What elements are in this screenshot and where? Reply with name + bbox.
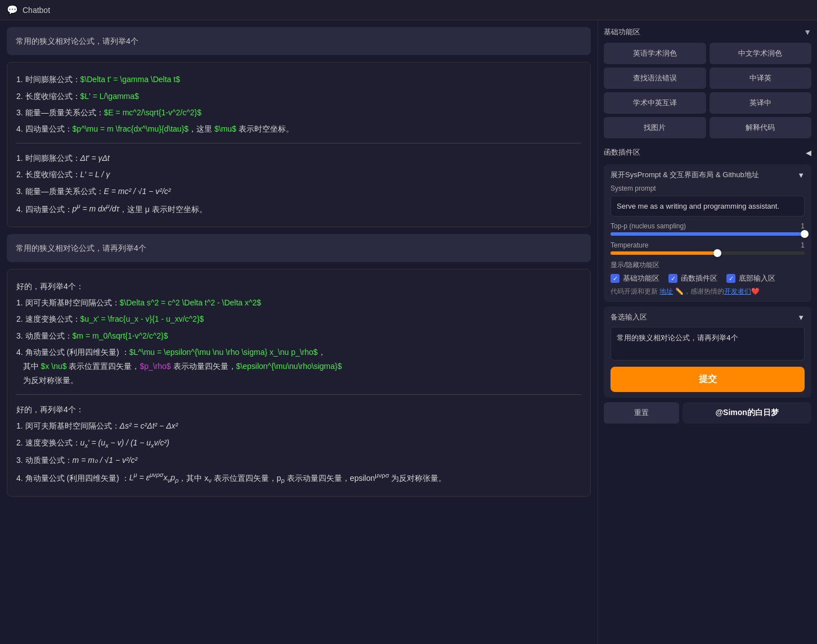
top-p-thumb[interactable] [801, 230, 809, 238]
btn-explain-code[interactable]: 解释代码 [710, 117, 812, 138]
visibility-section: 显示/隐藏功能区 ✓ 基础功能区 ✓ 函数插件区 ✓ 底部输入区 [610, 260, 805, 283]
main-layout: 常用的狭义相对论公式，请列举4个 1. 时间膨胀公式：$\Delta t' = … [0, 20, 817, 644]
chat-panel: 常用的狭义相对论公式，请列举4个 1. 时间膨胀公式：$\Delta t' = … [0, 20, 598, 644]
top-p-fill [610, 232, 805, 236]
plugin-arrow: ◀ [806, 148, 811, 157]
top-p-track[interactable] [610, 232, 805, 236]
assistant-message-1: 1. 时间膨胀公式：$\Delta t' = \gamma \Delta t$ … [7, 62, 591, 227]
assistant-message-2: 好的，再列举4个： 1. 闵可夫斯基时空间隔公式：$\Delta s^2 = c… [7, 269, 591, 497]
top-p-value: 1 [801, 222, 805, 230]
temperature-value: 1 [801, 241, 805, 249]
temperature-track[interactable] [610, 251, 805, 255]
basic-section-label: 基础功能区 [604, 27, 640, 37]
checkbox-basic-box[interactable]: ✓ [610, 274, 620, 283]
watermark-text: @Simon的白日梦 [715, 408, 778, 418]
submit-button[interactable]: 提交 [610, 367, 805, 392]
system-prompt-box: Serve me as a writing and programming as… [610, 196, 805, 217]
formula-green: $\Delta t' = \gamma \Delta t$ [80, 75, 180, 84]
temperature-fill [610, 251, 717, 255]
rendered-formulas-2: 好的，再列举4个： 1. 闵可夫斯基时空间隔公式：Δs² = c²Δt² − Δ… [16, 394, 581, 486]
checkbox-basic-label: 基础功能区 [623, 273, 659, 283]
alt-input-label: 备选输入区 [610, 312, 647, 322]
plugin-label: 函数插件区 [604, 147, 640, 157]
expand-label: 展开SysPrompt & 交互界面布局 & Github地址 [610, 170, 759, 180]
temperature-thumb[interactable] [713, 249, 721, 257]
reset-label: 重置 [634, 408, 649, 417]
formula-green: $E = mc^2/\sqrt{1-v^2/c^2}$ [104, 108, 201, 117]
btn-zh-to-en[interactable]: 中译英 [710, 67, 812, 89]
formula-line: 3. 能量—质量关系公式：$E = mc^2/\sqrt{1-v^2/c^2}$ [16, 106, 581, 120]
formula-green: $p^\mu = m \frac{dx^\mu}{d\tau}$ [73, 124, 189, 133]
source-link2[interactable]: 开发者们 [724, 287, 751, 295]
checkbox-input-label: 底部输入区 [739, 273, 775, 283]
user-message-2-text: 常用的狭义相对论公式，请再列举4个 [16, 244, 146, 253]
btn-en-to-zh[interactable]: 英译中 [710, 92, 812, 114]
rendered-formulas: 1. 时间膨胀公式：Δt′ = γΔt 2. 长度收缩公式：L′ = L / γ… [16, 143, 581, 216]
source-line: 代码开源和更新 地址 ✏️，感谢热情的开发者们❤️ [610, 287, 805, 296]
expand-header: 展开SysPrompt & 交互界面布局 & Github地址 ▼ [610, 170, 805, 180]
heart-icon: ❤️ [751, 287, 760, 295]
temperature-section: Temperature 1 [610, 241, 805, 255]
expand-arrow: ▼ [797, 171, 805, 179]
reset-button[interactable]: 重置 [604, 402, 679, 424]
app-title: Chatbot [23, 6, 50, 15]
bottom-row: 重置 @Simon的白日梦 [604, 402, 811, 424]
formula-green: $L^\mu = \epsilon^{\mu \nu \rho \sigma} … [129, 348, 318, 357]
checkbox-input[interactable]: ✓ 底部输入区 [726, 273, 775, 283]
user-message-2: 常用的狭义相对论公式，请再列举4个 [7, 234, 591, 262]
watermark-area: @Simon的白日梦 [683, 402, 811, 424]
formula-line: 4. 四动量公式：$p^\mu = m \frac{dx^\mu}{d\tau}… [16, 122, 581, 136]
checkbox-plugin[interactable]: ✓ 函数插件区 [668, 273, 717, 283]
plugin-section-header: 函数插件区 ◀ [604, 145, 811, 160]
temperature-label: Temperature [610, 241, 648, 249]
source-text: 代码开源和更新 [610, 287, 658, 295]
top-p-section: Top-p (nucleus sampling) 1 [610, 222, 805, 236]
system-prompt-label: System prompt [610, 184, 805, 192]
formula-green: $u_x' = \frac{u_x - v}{1 - u_xv/c^2}$ [80, 314, 204, 323]
top-bar: 💬 Chatbot [0, 0, 817, 20]
user-message-1: 常用的狭义相对论公式，请列举4个 [7, 27, 591, 55]
checkbox-row: ✓ 基础功能区 ✓ 函数插件区 ✓ 底部输入区 [610, 273, 805, 283]
formula-green: $\Delta s^2 = c^2 \Delta t^2 - \Delta x^… [120, 298, 262, 307]
alt-input-arrow: ▼ [797, 313, 805, 322]
expand-section: 展开SysPrompt & 交互界面布局 & Github地址 ▼ System… [604, 164, 811, 302]
checkbox-plugin-label: 函数插件区 [681, 273, 717, 283]
right-panel: 基础功能区 ▼ 英语学术润色 中文学术润色 查找语法错误 中译英 学术中英互译 … [598, 20, 817, 644]
formula-green: $L' = L/\gamma$ [80, 92, 139, 101]
btn-chinese-polish[interactable]: 中文学术润色 [710, 43, 812, 64]
chat-icon: 💬 [7, 4, 18, 15]
btn-english-polish[interactable]: 英语学术润色 [604, 43, 706, 64]
alt-input-header: 备选输入区 ▼ [610, 312, 805, 322]
checkbox-input-box[interactable]: ✓ [726, 274, 735, 283]
function-buttons: 英语学术润色 中文学术润色 查找语法错误 中译英 学术中英互译 英译中 找图片 … [604, 43, 811, 138]
visibility-label: 显示/隐藏功能区 [610, 260, 805, 270]
checkbox-plugin-box[interactable]: ✓ [668, 274, 677, 283]
basic-section-arrow: ▼ [803, 28, 811, 37]
checkbox-basic[interactable]: ✓ 基础功能区 [610, 273, 659, 283]
source-link[interactable]: 地址 [659, 287, 673, 295]
btn-grammar-check[interactable]: 查找语法错误 [604, 67, 706, 89]
alt-input-textarea[interactable]: 常用的狭义相对论公式，请再列举4个 [610, 327, 805, 361]
formula-line: 2. 长度收缩公式：$L' = L/\gamma$ [16, 89, 581, 103]
formula-green: $m = m_0/\sqrt{1-v^2/c^2}$ [73, 331, 168, 340]
btn-find-image[interactable]: 找图片 [604, 117, 706, 138]
btn-academic-translate[interactable]: 学术中英互译 [604, 92, 706, 114]
basic-section-header: 基础功能区 ▼ [604, 26, 811, 38]
alt-input-section: 备选输入区 ▼ 常用的狭义相对论公式，请再列举4个 提交 [604, 307, 811, 398]
formula-line: 1. 时间膨胀公式：$\Delta t' = \gamma \Delta t$ [16, 73, 581, 87]
top-p-label: Top-p (nucleus sampling) [610, 222, 686, 230]
user-message-1-text: 常用的狭义相对论公式，请列举4个 [16, 37, 138, 46]
